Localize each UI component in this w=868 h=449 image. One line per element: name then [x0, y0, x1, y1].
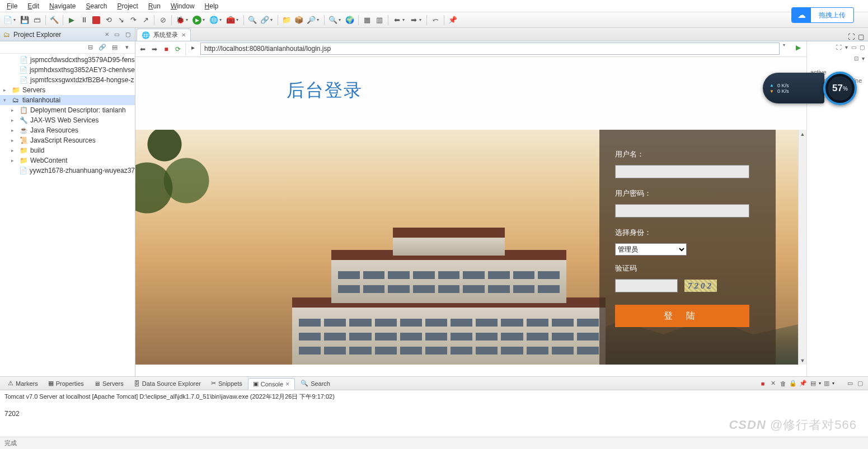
- scroll-lock-icon[interactable]: 🔒: [789, 379, 797, 388]
- dropdown-icon[interactable]: ▾: [13, 17, 18, 22]
- run-on-server-button[interactable]: 🌐: [208, 15, 219, 26]
- step-over-icon[interactable]: ↷: [128, 15, 139, 26]
- bottom-tab-console[interactable]: ▣Console ✕: [248, 378, 295, 390]
- skip-breakpoints-icon[interactable]: ⊘: [157, 15, 168, 26]
- tree-item[interactable]: ▸📋Deployment Descriptor: tianlanh: [0, 105, 135, 115]
- open-type-icon[interactable]: 🔎: [306, 15, 317, 26]
- dropdown-icon[interactable]: ▾: [219, 17, 224, 22]
- terminate-icon[interactable]: ■: [758, 379, 767, 388]
- tool-button[interactable]: 📌: [447, 15, 458, 26]
- tool-button[interactable]: ⤺: [430, 15, 441, 26]
- tool-button[interactable]: ▥: [374, 15, 385, 26]
- new-folder-icon[interactable]: 📁: [281, 15, 292, 26]
- remove-terminated-icon[interactable]: ✕: [768, 379, 777, 388]
- tool-button[interactable]: 🌍: [344, 15, 355, 26]
- tool-button[interactable]: ▢: [858, 33, 868, 41]
- bottom-tab-markers[interactable]: ⚠Markers: [3, 378, 43, 389]
- project-tree[interactable]: 📄jspmccfdwsdcxthsg3579AD95-fens📄jspmhdxs…: [0, 54, 135, 376]
- new-package-icon[interactable]: 📦: [293, 15, 304, 26]
- browser-home-icon[interactable]: ▸: [188, 42, 198, 53]
- browser-refresh-icon[interactable]: ⟳: [173, 44, 183, 54]
- display-console-icon[interactable]: ▤: [809, 379, 818, 388]
- back-button[interactable]: ⬅: [391, 15, 402, 26]
- close-icon[interactable]: ✕: [181, 32, 186, 38]
- view-menu-icon[interactable]: ▾: [123, 43, 132, 52]
- expand-icon[interactable]: ▸: [11, 107, 17, 113]
- dropdown-icon[interactable]: ▾: [402, 17, 407, 22]
- clear-console-icon[interactable]: 🗑: [778, 379, 787, 388]
- tree-item[interactable]: ▸📁Servers: [0, 85, 135, 95]
- bottom-tab-data-source-explorer[interactable]: 🗄Data Source Explorer: [129, 379, 205, 389]
- tree-item[interactable]: ▸🔧JAX-WS Web Services: [0, 115, 135, 125]
- close-other-icon[interactable]: ✕: [105, 31, 109, 37]
- debug-stop-icon[interactable]: [91, 15, 102, 26]
- tree-item[interactable]: ▾🗂tianlanhoutai: [0, 95, 135, 105]
- scroll-down-icon[interactable]: ▼: [799, 356, 806, 365]
- tree-item[interactable]: 📄yywzh1678-zhuanhuang-wuyeaz37: [0, 166, 135, 176]
- password-input[interactable]: [615, 204, 749, 218]
- expand-icon[interactable]: ▸: [11, 158, 17, 163]
- outline-dropdown-icon[interactable]: ▾: [862, 55, 865, 62]
- run-button[interactable]: ▶: [191, 15, 203, 26]
- expand-icon[interactable]: ▸: [11, 117, 17, 123]
- maximize-icon[interactable]: ▢: [860, 44, 865, 50]
- menu-file[interactable]: File: [2, 1, 22, 11]
- captcha-image[interactable]: 7202: [684, 280, 717, 292]
- scroll-up-icon[interactable]: ▲: [799, 130, 806, 138]
- project-explorer-tab[interactable]: 🗂 Project Explorer ✕ ▭ ▢: [0, 28, 135, 41]
- tree-item[interactable]: 📄jspmccfdwsdcxthsg3579AD95-fens: [0, 55, 135, 65]
- minimize-icon[interactable]: ▭: [112, 31, 120, 39]
- maximize-icon[interactable]: ▢: [856, 379, 865, 388]
- forward-button[interactable]: ➡: [408, 15, 419, 26]
- menu-window[interactable]: Window: [166, 1, 199, 11]
- dropdown-icon[interactable]: ▾: [419, 17, 424, 22]
- close-icon[interactable]: ✕: [285, 381, 290, 387]
- debug-button[interactable]: 🐞: [175, 15, 186, 26]
- open-console-icon[interactable]: ▥: [822, 379, 831, 388]
- url-field[interactable]: http://localhost:8080/tianlanhoutai/logi…: [200, 42, 780, 55]
- menu-project[interactable]: Project: [112, 1, 142, 11]
- editor-tab-login[interactable]: 🌐 系统登录 ✕: [137, 29, 191, 41]
- bottom-tab-search[interactable]: 🔍Search: [296, 378, 335, 389]
- tool-button[interactable]: 🔗: [259, 15, 270, 26]
- save-button[interactable]: 💾: [19, 15, 30, 26]
- tree-item[interactable]: ▸📜JavaScript Resources: [0, 135, 135, 145]
- menu-run[interactable]: Run: [144, 1, 165, 11]
- collapse-all-icon[interactable]: ⊟: [86, 43, 95, 52]
- dropdown-icon[interactable]: ▾: [203, 17, 207, 22]
- dropdown-icon[interactable]: ▾: [819, 381, 821, 386]
- expand-icon[interactable]: ▸: [3, 87, 9, 93]
- debug-disconnect-icon[interactable]: ⟲: [103, 15, 114, 26]
- step-into-icon[interactable]: ↘: [115, 15, 126, 26]
- tool-button[interactable]: ⊡: [854, 55, 858, 62]
- expand-icon[interactable]: ▸: [11, 148, 17, 153]
- bottom-tab-snippets[interactable]: ✂Snippets: [207, 378, 247, 389]
- browser-stop-icon[interactable]: ■: [161, 44, 171, 54]
- browser-forward-icon[interactable]: ➡: [149, 44, 159, 54]
- save-all-button[interactable]: 🗃: [31, 15, 43, 26]
- focus-icon[interactable]: ▤: [110, 43, 119, 52]
- upload-button[interactable]: ☁ 拖拽上传: [791, 7, 854, 23]
- tree-item[interactable]: ▸📁WebContent: [0, 155, 135, 166]
- login-submit-button[interactable]: 登 陆: [615, 305, 749, 327]
- tree-item[interactable]: 📄jspmhdxsxthsg3852AEY3-chenlvse: [0, 65, 135, 75]
- bottom-tab-servers[interactable]: 🖥Servers: [90, 379, 128, 389]
- external-tools-button[interactable]: 🧰: [225, 15, 236, 26]
- search-button[interactable]: 🔍: [327, 15, 339, 26]
- debug-pause-icon[interactable]: ⏸: [78, 15, 90, 26]
- menu-navigate[interactable]: Navigate: [45, 1, 80, 11]
- view-menu-icon[interactable]: ▢: [124, 31, 132, 39]
- dropdown-icon[interactable]: ▾: [832, 381, 834, 386]
- percent-widget[interactable]: 57%: [823, 72, 857, 105]
- menu-edit[interactable]: Edit: [23, 1, 44, 11]
- browser-back-icon[interactable]: ⬅: [138, 44, 148, 54]
- tool-button[interactable]: ▾: [845, 44, 848, 50]
- username-input[interactable]: [615, 165, 749, 178]
- expand-icon[interactable]: ▸: [11, 138, 17, 143]
- bottom-tab-properties[interactable]: ▦Properties: [44, 378, 88, 389]
- url-dropdown-icon[interactable]: ▾: [783, 42, 790, 48]
- role-select[interactable]: 管理员: [615, 243, 687, 256]
- dropdown-icon[interactable]: ▾: [186, 17, 190, 22]
- tool-button[interactable]: ▦: [362, 15, 373, 26]
- expand-icon[interactable]: ▾: [3, 97, 9, 103]
